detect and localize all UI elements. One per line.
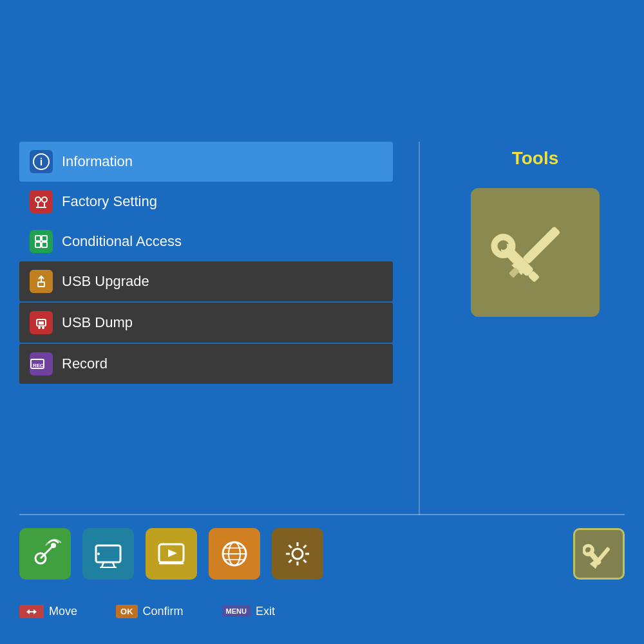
conditional-access-icon: [30, 230, 53, 253]
information-label: Information: [62, 153, 133, 170]
svg-rect-56: [595, 547, 611, 564]
exit-key: MENU: [222, 605, 251, 617]
svg-rect-9: [35, 242, 41, 247]
svg-line-29: [41, 545, 53, 558]
svg-point-30: [51, 543, 56, 548]
right-panel: Tools: [446, 142, 625, 515]
svg-point-44: [292, 549, 303, 559]
svg-marker-37: [168, 549, 177, 557]
exit-label: Exit: [256, 605, 275, 618]
svg-line-52: [289, 560, 292, 562]
svg-line-49: [289, 545, 292, 548]
record-label: Record: [62, 355, 108, 372]
svg-line-50: [303, 560, 306, 562]
confirm-key: OK: [116, 605, 138, 618]
help-bar: Move OK Confirm MENU Exit: [19, 605, 625, 618]
svg-point-3: [42, 197, 47, 202]
svg-rect-7: [35, 236, 41, 241]
svg-rect-18: [39, 321, 44, 325]
move-label: Move: [49, 605, 77, 618]
svg-rect-11: [38, 282, 44, 287]
divider: [419, 142, 420, 515]
usb-dump-icon: [30, 311, 53, 334]
nav-tv-button[interactable]: [82, 528, 134, 580]
factory-setting-icon: [30, 190, 53, 213]
nav-settings-button[interactable]: [272, 528, 323, 580]
help-confirm: OK Confirm: [116, 605, 184, 618]
svg-point-14: [38, 327, 41, 329]
menu-item-usb-upgrade[interactable]: USB Upgrade: [19, 261, 393, 301]
usb-dump-label: USB Dump: [62, 314, 133, 331]
record-icon: REC: [30, 352, 53, 375]
svg-marker-58: [26, 609, 37, 614]
main-container: i Information Factory Setting: [19, 142, 625, 515]
nav-media-button[interactable]: [146, 528, 197, 580]
nav-satellite-button[interactable]: [19, 528, 71, 580]
svg-text:REC: REC: [33, 363, 44, 368]
nav-bar: [19, 514, 625, 580]
information-icon: i: [30, 150, 53, 173]
tools-icon-box: [471, 188, 600, 317]
help-move: Move: [19, 605, 77, 618]
nav-tools-button[interactable]: [573, 528, 625, 580]
menu-item-factory-setting[interactable]: Factory Setting: [19, 182, 393, 222]
svg-line-51: [303, 545, 306, 548]
svg-point-2: [35, 197, 41, 202]
svg-rect-8: [42, 236, 47, 241]
svg-rect-25: [522, 226, 560, 264]
menu-item-usb-dump[interactable]: USB Dump: [19, 303, 393, 343]
confirm-label: Confirm: [143, 605, 184, 618]
menu-panel: i Information Factory Setting: [19, 142, 393, 515]
menu-item-information[interactable]: i Information: [19, 142, 393, 182]
menu-item-conditional-access[interactable]: Conditional Access: [19, 222, 393, 261]
svg-point-35: [97, 553, 100, 555]
factory-setting-label: Factory Setting: [62, 193, 157, 210]
svg-rect-10: [42, 242, 47, 247]
svg-point-15: [42, 327, 44, 329]
conditional-access-label: Conditional Access: [62, 233, 182, 250]
nav-web-button[interactable]: [209, 528, 260, 580]
usb-upgrade-label: USB Upgrade: [62, 273, 149, 290]
move-key: [19, 605, 44, 618]
tools-title: Tools: [512, 148, 559, 169]
usb-upgrade-icon: [30, 270, 53, 293]
help-exit: MENU Exit: [222, 605, 275, 618]
svg-text:i: i: [40, 156, 43, 167]
menu-item-record[interactable]: REC Record: [19, 344, 393, 384]
